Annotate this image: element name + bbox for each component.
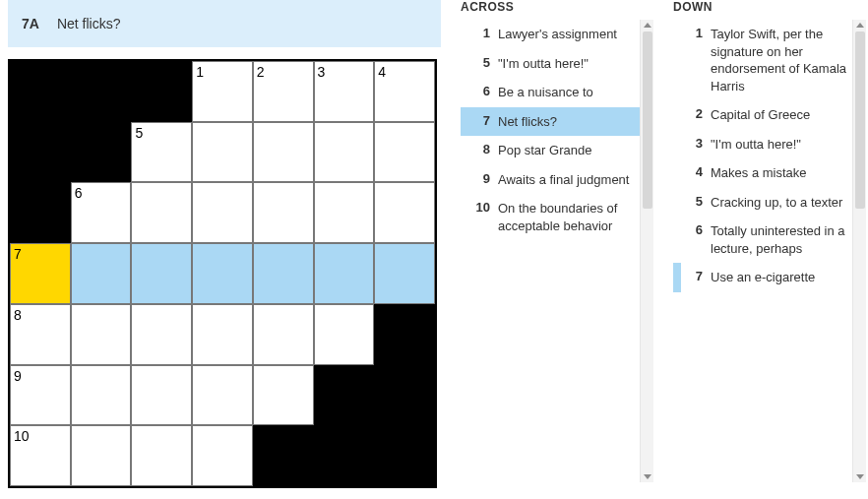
grid-cell[interactable] xyxy=(253,304,314,365)
grid-cell[interactable]: 3 xyxy=(314,61,375,122)
grid-cell[interactable] xyxy=(131,304,192,365)
grid-cell[interactable]: 5 xyxy=(131,122,192,183)
grid-cell[interactable] xyxy=(192,122,253,183)
cell-number: 1 xyxy=(196,64,204,80)
grid-cell xyxy=(71,122,132,183)
grid-cell[interactable] xyxy=(253,365,314,426)
grid-cell[interactable] xyxy=(131,365,192,426)
grid-cell[interactable] xyxy=(253,243,314,304)
grid-cell xyxy=(314,425,375,486)
grid-cell[interactable] xyxy=(314,122,375,183)
across-clue[interactable]: 5"I'm outta here!" xyxy=(461,49,653,79)
down-column: DOWN 1Taylor Swift, per the signature on… xyxy=(673,0,866,488)
clue-number: 6 xyxy=(685,222,703,237)
grid-cell[interactable]: 4 xyxy=(374,61,435,122)
grid-cell[interactable] xyxy=(192,425,253,486)
grid-cell[interactable]: 9 xyxy=(10,365,71,426)
clue-number: 5 xyxy=(685,194,703,209)
grid-cell[interactable] xyxy=(314,182,375,243)
grid-cell[interactable] xyxy=(314,243,375,304)
grid-cell[interactable]: 2 xyxy=(253,61,314,122)
current-clue-text: Net flicks? xyxy=(57,16,121,31)
cell-number: 5 xyxy=(135,125,143,141)
across-clue[interactable]: 8Pop star Grande xyxy=(461,136,653,165)
clue-text: Lawyer's assignment xyxy=(498,26,648,43)
across-clue[interactable]: 9Awaits a final judgment xyxy=(461,165,653,195)
clue-text: Taylor Swift, per the signature on her e… xyxy=(711,26,860,94)
clue-text: Totally uninterested in a lecture, perha… xyxy=(711,222,860,257)
grid-cell[interactable] xyxy=(131,243,192,304)
down-clue[interactable]: 6Totally uninterested in a lecture, perh… xyxy=(673,217,866,263)
clue-number: 6 xyxy=(472,84,490,98)
across-heading: ACROSS xyxy=(461,0,653,14)
left-pane: 7A Net flicks? 12345678910 xyxy=(8,0,441,488)
grid-cell[interactable] xyxy=(131,425,192,486)
clue-text: Use an e-cigarette xyxy=(711,269,860,286)
grid-cell xyxy=(10,122,71,183)
grid-cell[interactable] xyxy=(192,304,253,365)
across-clue[interactable]: 6Be a nuisance to xyxy=(461,78,653,107)
clue-text: Makes a mistake xyxy=(711,164,860,182)
grid-cell xyxy=(10,61,71,122)
down-clue[interactable]: 4Makes a mistake xyxy=(673,158,866,188)
crossword-grid[interactable]: 12345678910 xyxy=(8,59,437,488)
down-clue[interactable]: 1Taylor Swift, per the signature on her … xyxy=(673,20,866,100)
grid-cell[interactable] xyxy=(192,182,253,243)
cell-number: 6 xyxy=(75,185,83,201)
across-column: ACROSS 1Lawyer's assignment5"I'm outta h… xyxy=(461,0,653,488)
grid-cell[interactable] xyxy=(71,365,132,426)
down-list[interactable]: 1Taylor Swift, per the signature on her … xyxy=(673,20,866,482)
grid-cell xyxy=(131,61,192,122)
grid-cell xyxy=(71,61,132,122)
grid-cell[interactable] xyxy=(131,182,192,243)
grid-cell[interactable] xyxy=(253,122,314,183)
clue-number: 7 xyxy=(685,269,703,283)
cell-number: 4 xyxy=(378,64,386,80)
current-clue-label: 7A xyxy=(22,16,39,31)
grid-cell xyxy=(374,425,435,486)
cell-number: 9 xyxy=(14,368,22,384)
clue-number: 4 xyxy=(685,164,703,179)
grid-cell[interactable]: 10 xyxy=(10,425,71,486)
clue-number: 9 xyxy=(472,171,490,186)
clue-text: Capital of Greece xyxy=(711,106,860,124)
grid-cell xyxy=(374,304,435,365)
grid-cell[interactable] xyxy=(374,122,435,183)
clue-text: Net flicks? xyxy=(498,113,648,131)
cell-number: 10 xyxy=(14,428,30,444)
down-clue[interactable]: 2Capital of Greece xyxy=(673,100,866,130)
grid-cell[interactable] xyxy=(374,182,435,243)
grid-cell xyxy=(253,425,314,486)
clue-text: Be a nuisance to xyxy=(498,84,648,101)
crossword-app: 7A Net flicks? 12345678910 ACROSS 1Lawye… xyxy=(0,0,868,488)
grid-cell[interactable]: 7 xyxy=(10,243,71,304)
grid-cell[interactable] xyxy=(253,182,314,243)
cell-number: 3 xyxy=(318,64,326,80)
grid-cell[interactable] xyxy=(192,365,253,426)
down-clue[interactable]: 7Use an e-cigarette xyxy=(673,263,866,292)
down-clue[interactable]: 5Cracking up, to a texter xyxy=(673,188,866,218)
clue-number: 1 xyxy=(472,26,490,40)
grid-cell[interactable]: 1 xyxy=(192,61,253,122)
clue-number: 10 xyxy=(472,200,490,215)
down-heading: DOWN xyxy=(673,0,866,14)
grid-cell[interactable]: 6 xyxy=(71,182,132,243)
grid-cell[interactable] xyxy=(374,243,435,304)
clue-number: 8 xyxy=(472,142,490,156)
grid-cell[interactable] xyxy=(314,304,375,365)
grid-cell[interactable] xyxy=(71,243,132,304)
across-clue[interactable]: 10On the boundaries of acceptable behavi… xyxy=(461,194,653,240)
clue-number: 7 xyxy=(472,113,490,128)
clue-number: 1 xyxy=(685,26,703,40)
cell-number: 7 xyxy=(14,246,22,262)
across-clue[interactable]: 1Lawyer's assignment xyxy=(461,20,653,49)
clue-text: "I'm outta here!" xyxy=(711,136,860,154)
clue-text: Pop star Grande xyxy=(498,142,648,159)
across-clue[interactable]: 7Net flicks? xyxy=(461,107,653,137)
grid-cell[interactable] xyxy=(192,243,253,304)
grid-cell[interactable] xyxy=(71,304,132,365)
grid-cell[interactable] xyxy=(71,425,132,486)
down-clue[interactable]: 3"I'm outta here!" xyxy=(673,130,866,159)
grid-cell[interactable]: 8 xyxy=(10,304,71,365)
across-list[interactable]: 1Lawyer's assignment5"I'm outta here!"6B… xyxy=(461,20,653,482)
